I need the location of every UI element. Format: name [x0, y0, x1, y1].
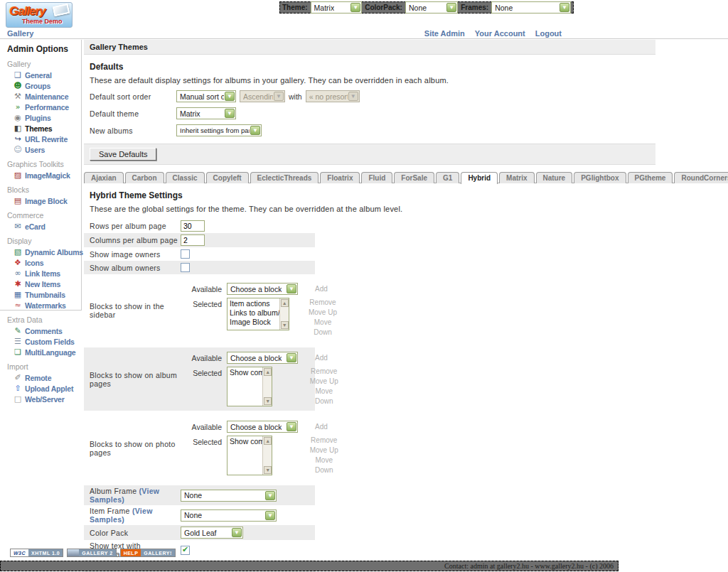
chevron-down-icon: ▼	[287, 284, 296, 293]
gallery-logo[interactable]: Gallery Theme Demo	[6, 2, 73, 28]
colorpack-select[interactable]: None ▼	[405, 1, 458, 14]
list-item[interactable]: Image Block	[230, 318, 279, 327]
photo-blocks-movedown-action[interactable]: Move Down	[308, 455, 340, 475]
rows-per-page-input[interactable]	[181, 220, 205, 232]
list-item[interactable]: Show comments	[230, 368, 262, 377]
sidebar-item-multilanguage[interactable]: ❏MultiLanguage	[7, 347, 81, 357]
sidebar-item-performance[interactable]: »Performance	[7, 102, 81, 112]
sidebar-item-url-rewrite[interactable]: ↪URL Rewrite	[7, 134, 81, 144]
sidebar-item-themes[interactable]: ◧Themes	[7, 123, 81, 134]
sidebar-item-link-items[interactable]: ∞Link Items	[7, 268, 81, 279]
sidebar-blocks-selected-list[interactable]: Item actionsLinks to album/photo peersIm…	[227, 298, 289, 330]
tab-pglightbox[interactable]: PGlightbox	[574, 172, 626, 183]
photo-blocks-add-action[interactable]: Add	[315, 421, 328, 431]
theme-select[interactable]: Matrix ▼	[311, 1, 363, 14]
defaults-heading: Defaults	[90, 62, 655, 72]
list-item[interactable]: Show comments	[230, 437, 262, 446]
sidebar-item-general[interactable]: ❑General	[7, 70, 81, 80]
scroll-up-icon[interactable]: ▲	[264, 368, 272, 376]
new-albums-select[interactable]: Inherit settings from parent album ▼	[176, 124, 262, 136]
listbox-scrollbar[interactable]: ▲ ▼	[262, 367, 272, 406]
default-theme-select[interactable]: Matrix ▼	[176, 107, 236, 119]
frames-label: Frames:	[461, 4, 488, 11]
w3c-xhtml-badge[interactable]: W3C XHTML 1.0	[10, 549, 63, 557]
sidebar-blocks-moveup-action[interactable]: Move Up	[306, 308, 340, 318]
sidebar-item-thumbnails[interactable]: ▦Thumbnails	[7, 289, 81, 300]
tab-copyleft[interactable]: Copyleft	[206, 172, 249, 183]
scroll-down-icon[interactable]: ▼	[281, 321, 289, 329]
photo-blocks-selected-list[interactable]: Show comments ▲ ▼	[227, 436, 272, 475]
sidebar-item-maintenance[interactable]: ⚒Maintenance	[7, 91, 81, 102]
list-item[interactable]: Item actions	[230, 299, 279, 308]
help-gallery-badge[interactable]: HELP GALLERY!	[120, 549, 176, 557]
breadcrumb-gallery-link[interactable]: Gallery	[7, 29, 33, 38]
sort-order-select[interactable]: Manual sort order ▼	[176, 90, 236, 102]
watermarks-icon: ≈	[13, 301, 23, 310]
tab-carbon[interactable]: Carbon	[125, 172, 164, 183]
tab-ajaxian[interactable]: Ajaxian	[84, 172, 124, 183]
sidebar-item-ecard[interactable]: ✉eCard	[7, 221, 81, 232]
your-account-link[interactable]: Your Account	[475, 29, 525, 38]
color-pack-select[interactable]: Gold Leaf ▼	[181, 527, 243, 539]
show-image-owners-checkbox[interactable]: ✔	[181, 249, 190, 259]
tab-classic[interactable]: Classic	[166, 172, 205, 183]
tab-hybrid[interactable]: Hybrid	[461, 172, 498, 184]
sidebar-blocks-add-action[interactable]: Add	[315, 283, 328, 293]
sidebar-blocks-movedown-action[interactable]: Move Down	[306, 318, 340, 338]
tab-nature[interactable]: Nature	[536, 172, 573, 183]
sidebar-item-upload-applet[interactable]: ⇧Upload Applet	[7, 383, 81, 394]
show-album-owners-checkbox[interactable]: ✔	[181, 263, 190, 272]
sidebar-item-dynamic-albums[interactable]: ▧Dynamic Albums	[7, 247, 81, 257]
album-blocks-remove-action[interactable]: Remove	[308, 367, 340, 377]
scroll-down-icon[interactable]: ▼	[264, 397, 272, 405]
sidebar-item-icons[interactable]: ❖Icons	[7, 257, 81, 268]
album-blocks-add-action[interactable]: Add	[315, 352, 328, 362]
list-item[interactable]: Links to album/photo peers	[230, 308, 279, 318]
sidebar-blocks-remove-action[interactable]: Remove	[306, 298, 340, 308]
album-frame-select[interactable]: None ▼	[181, 490, 277, 502]
sidebar-item-custom-fields[interactable]: ☰Custom Fields	[7, 336, 81, 347]
listbox-scrollbar[interactable]: ▲ ▼	[279, 298, 289, 330]
album-blocks-movedown-action[interactable]: Move Down	[308, 387, 340, 406]
save-defaults-button[interactable]: Save Defaults	[90, 148, 156, 161]
sidebar-item-new-items[interactable]: ✱New Items	[7, 279, 81, 289]
sidebar-item-users[interactable]: ☺Users	[7, 144, 81, 155]
sidebar-item-web-server[interactable]: □Web/Server	[7, 394, 81, 404]
sidebar-item-comments[interactable]: ✎Comments	[7, 325, 81, 336]
tab-fluid[interactable]: Fluid	[361, 172, 392, 183]
sidebar-item-image-block[interactable]: ▤Image Block	[7, 195, 81, 206]
show-text-thumbs-checkbox[interactable]: ✔	[181, 546, 190, 555]
scroll-down-icon[interactable]: ▼	[264, 466, 272, 474]
tab-forsale[interactable]: ForSale	[394, 172, 434, 183]
logout-link[interactable]: Logout	[535, 29, 562, 38]
item-frame-select[interactable]: None ▼	[181, 509, 277, 522]
page-header: Gallery Theme Demo Theme: Matrix ▼ Color…	[0, 0, 728, 28]
sidebar-item-watermarks[interactable]: ≈Watermarks	[7, 300, 81, 311]
cols-per-page-input[interactable]	[181, 234, 205, 246]
scroll-up-icon[interactable]: ▲	[281, 299, 289, 307]
listbox-scrollbar[interactable]: ▲ ▼	[262, 436, 272, 475]
sidebar-blocks-choose-select[interactable]: Choose a block ▼	[227, 283, 298, 295]
site-admin-link[interactable]: Site Admin	[424, 29, 465, 38]
tab-matrix[interactable]: Matrix	[499, 172, 534, 183]
scroll-up-icon[interactable]: ▲	[264, 437, 272, 445]
tab-eclecticthreads[interactable]: EclecticThreads	[250, 172, 319, 183]
sidebar-item-imagemagick[interactable]: ▨ImageMagick	[7, 170, 81, 180]
tab-g1[interactable]: G1	[436, 172, 459, 183]
photo-blocks-moveup-action[interactable]: Move Up	[308, 446, 340, 455]
frames-select[interactable]: None ▼	[491, 1, 571, 14]
album-blocks-selected-list[interactable]: Show comments ▲ ▼	[227, 367, 272, 406]
sidebar-section-label: Extra Data	[7, 315, 81, 324]
tab-floatrix[interactable]: Floatrix	[320, 172, 360, 183]
sidebar-item-label: Custom Fields	[25, 338, 75, 346]
sidebar-item-plugins[interactable]: ◉Plugins	[7, 112, 81, 123]
album-blocks-moveup-action[interactable]: Move Up	[308, 377, 340, 387]
sidebar-item-groups[interactable]: ☻Groups	[7, 80, 81, 91]
photo-blocks-remove-action[interactable]: Remove	[308, 436, 340, 446]
tab-roundcorners[interactable]: RoundCorners	[674, 172, 728, 183]
tab-pgtheme[interactable]: PGtheme	[628, 172, 673, 183]
gallery2-badge[interactable]: GALLERY 2	[67, 549, 116, 557]
sidebar-item-remote[interactable]: ✐Remote	[7, 372, 81, 383]
album-blocks-choose-select[interactable]: Choose a block ▼	[227, 352, 298, 364]
photo-blocks-choose-select[interactable]: Choose a block ▼	[227, 421, 298, 433]
